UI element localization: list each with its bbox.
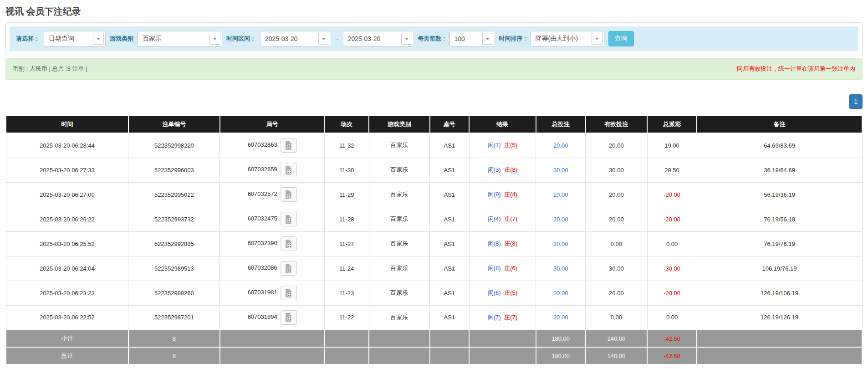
game-type-value: 百家乐 bbox=[138, 35, 208, 43]
summary-row-subtotal: 小计8180.00140.00-42.50 bbox=[6, 330, 862, 347]
session-number: 11-27 bbox=[324, 231, 369, 256]
video-replay-button[interactable] bbox=[281, 163, 297, 177]
summary-row-total: 总计8180.00140.00-42.50 bbox=[6, 347, 862, 364]
result-player: 闲(9) bbox=[488, 191, 501, 198]
table-row: 2025-03-20 06:24:04 522352989513 6070320… bbox=[6, 256, 862, 281]
summary-cell: 140.00 bbox=[586, 330, 647, 347]
total-payout: -30.00 bbox=[647, 256, 697, 281]
video-replay-button[interactable] bbox=[281, 261, 297, 276]
date-to-select[interactable]: 2025-03-20 bbox=[343, 31, 414, 46]
table-row: 2025-03-20 06:25:52 522352992885 6070323… bbox=[6, 231, 862, 256]
game-type-label: 游戏类别 bbox=[110, 35, 133, 43]
round-id: 607032086 bbox=[248, 264, 277, 271]
summary-cell bbox=[220, 347, 324, 364]
video-replay-button[interactable] bbox=[281, 310, 297, 325]
video-clip-icon bbox=[285, 240, 292, 248]
round-cell: 607032572 bbox=[220, 182, 324, 207]
column-header: 总投注 bbox=[536, 116, 586, 133]
bet-id: 522352992885 bbox=[128, 231, 220, 256]
game-type-select[interactable]: 百家乐 bbox=[138, 31, 222, 46]
result-player: 闲(7) bbox=[488, 314, 501, 321]
bet-records-table: 时间注单编号局号场次游戏类别桌号结果总投注有效投注总派彩备注 2025-03-2… bbox=[5, 115, 863, 365]
query-type-select[interactable]: 日期查询 bbox=[44, 31, 106, 46]
date-from-select[interactable]: 2025-03-20 bbox=[260, 31, 331, 46]
chevron-down-icon[interactable] bbox=[401, 33, 412, 45]
total-bet-link[interactable]: 20.00 bbox=[553, 241, 568, 247]
total-bet-link[interactable]: 20.00 bbox=[553, 142, 568, 149]
total-bet-cell: 20.00 bbox=[536, 133, 586, 158]
bet-time: 2025-03-20 06:27:33 bbox=[6, 158, 128, 182]
session-number: 11-22 bbox=[324, 305, 369, 330]
game-type: 百家乐 bbox=[369, 133, 429, 158]
pagination-page-1[interactable]: 1 bbox=[849, 94, 863, 109]
table-number: AS1 bbox=[430, 256, 469, 281]
round-id: 607032572 bbox=[248, 190, 277, 197]
column-header: 结果 bbox=[469, 116, 536, 133]
chevron-down-icon[interactable] bbox=[209, 33, 220, 45]
total-bet-cell: 20.00 bbox=[536, 207, 586, 231]
video-clip-icon bbox=[285, 141, 292, 150]
column-header: 总派彩 bbox=[647, 116, 697, 133]
game-type: 百家乐 bbox=[369, 207, 429, 231]
total-payout: -20.00 bbox=[647, 182, 697, 207]
date-range-separator: ~ bbox=[335, 36, 339, 42]
round-cell: 607032863 bbox=[220, 133, 324, 158]
total-bet-link[interactable]: 20.00 bbox=[553, 314, 568, 321]
result-cell: 闲(8) 庄(6) bbox=[469, 256, 536, 281]
round-cell: 607032390 bbox=[220, 231, 324, 256]
round-cell: 607032659 bbox=[220, 158, 324, 182]
valid-bet: 30.00 bbox=[586, 256, 647, 281]
video-clip-icon bbox=[285, 264, 292, 273]
video-replay-button[interactable] bbox=[281, 138, 297, 153]
search-button[interactable]: 查询 bbox=[608, 31, 634, 46]
bet-id: 522352996003 bbox=[128, 158, 220, 182]
bet-time: 2025-03-20 06:23:23 bbox=[6, 281, 128, 305]
result-cell: 闲(3) 庄(8) bbox=[469, 158, 536, 182]
video-clip-icon bbox=[285, 313, 292, 322]
summary-cell bbox=[697, 347, 862, 364]
sort-select[interactable]: 降幂(由大到小) bbox=[531, 31, 604, 46]
chevron-down-icon[interactable] bbox=[318, 33, 329, 45]
date-from-value: 2025-03-20 bbox=[260, 35, 317, 42]
remark: 64.69/83.69 bbox=[697, 133, 862, 158]
filter-panel: 请选择： 日期查询 游戏类别 百家乐 时间区间： 2025-03-20 ~ 20… bbox=[5, 22, 863, 55]
result-banker: 庄(4) bbox=[504, 191, 517, 198]
result-cell: 闲(1) 庄(5) bbox=[469, 133, 536, 158]
video-replay-button[interactable] bbox=[281, 187, 297, 202]
table-number: AS1 bbox=[430, 231, 469, 256]
total-payout: 19.00 bbox=[647, 133, 697, 158]
bet-id: 522352988260 bbox=[128, 281, 220, 305]
summary-cell: -42.50 bbox=[647, 330, 697, 347]
game-type: 百家乐 bbox=[369, 281, 429, 305]
total-bet-link[interactable]: 20.00 bbox=[553, 191, 568, 198]
total-bet-link[interactable]: 20.00 bbox=[553, 290, 568, 297]
bet-time: 2025-03-20 06:28:44 bbox=[6, 133, 128, 158]
total-bet-link[interactable]: 30.00 bbox=[553, 167, 568, 174]
chevron-down-icon[interactable] bbox=[482, 33, 493, 45]
chevron-down-icon[interactable] bbox=[592, 33, 602, 45]
result-cell: 闲(9) 庄(4) bbox=[469, 182, 536, 207]
column-header: 游戏类别 bbox=[369, 116, 429, 133]
round-cell: 607031894 bbox=[220, 305, 324, 330]
sort-label: 时间排序 : bbox=[499, 35, 526, 43]
video-replay-button[interactable] bbox=[281, 236, 297, 251]
remark: 76.19/56.19 bbox=[697, 207, 862, 231]
summary-cell bbox=[430, 347, 469, 364]
page-size-select[interactable]: 100 bbox=[449, 31, 495, 46]
summary-cell bbox=[220, 330, 324, 347]
table-number: AS1 bbox=[430, 305, 469, 330]
table-header-row: 时间注单编号局号场次游戏类别桌号结果总投注有效投注总派彩备注 bbox=[6, 116, 862, 133]
summary-cell: 180.00 bbox=[536, 330, 586, 347]
result-cell: 闲(8) 庄(8) bbox=[469, 231, 536, 256]
video-replay-button[interactable] bbox=[281, 212, 297, 226]
result-banker: 庄(8) bbox=[504, 240, 517, 247]
video-replay-button[interactable] bbox=[281, 286, 297, 300]
chevron-down-icon[interactable] bbox=[93, 33, 104, 45]
valid-bet: 0.00 bbox=[586, 231, 647, 256]
total-bet-link[interactable]: 20.00 bbox=[553, 216, 568, 223]
total-bet-link[interactable]: 30.00 bbox=[553, 265, 568, 272]
currency-total-text: 币别 : 人民币 | 总共 :8 注单 | bbox=[13, 65, 87, 73]
session-number: 11-23 bbox=[324, 281, 369, 305]
result-banker: 庄(5) bbox=[504, 289, 517, 296]
summary-cell: 140.00 bbox=[586, 347, 647, 364]
